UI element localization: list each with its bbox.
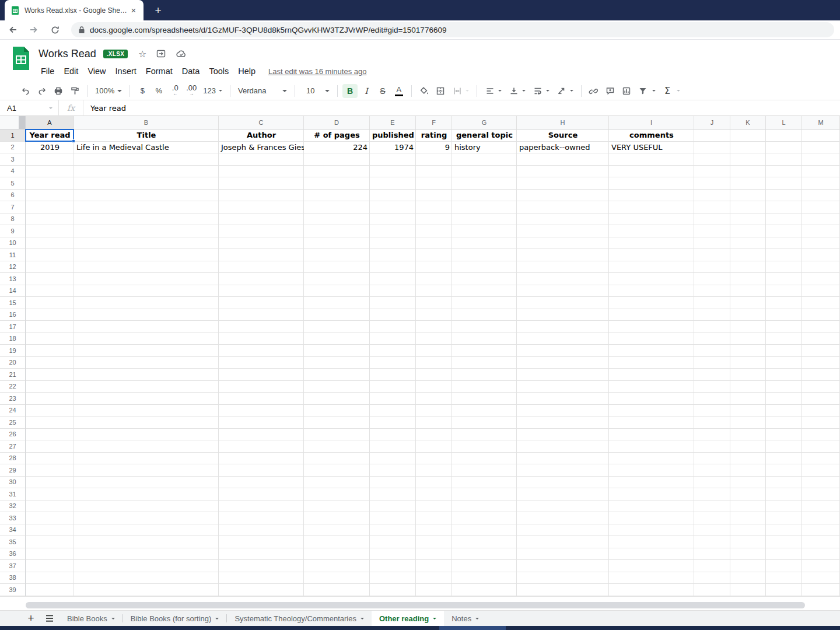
sheet-tab-bible-books[interactable]: Bible Books (60, 611, 123, 626)
functions-caret-icon[interactable] (677, 90, 680, 92)
row-header-31[interactable]: 31 (0, 488, 26, 501)
merge-cells-icon[interactable] (449, 84, 473, 98)
last-edit-link[interactable]: Last edit was 16 minutes ago (268, 67, 366, 76)
column-header-F[interactable]: F (416, 116, 452, 130)
menu-insert[interactable]: Insert (111, 65, 141, 77)
text-wrap-icon[interactable] (529, 84, 553, 98)
vertical-align-icon[interactable] (505, 84, 529, 98)
menu-file[interactable]: File (38, 65, 59, 77)
row-header-39[interactable]: 39 (0, 584, 26, 596)
sheet-tab-notes[interactable]: Notes (444, 611, 487, 626)
all-sheets-icon[interactable] (40, 611, 60, 626)
filter-views-caret-icon[interactable] (652, 90, 656, 92)
cell-H1[interactable]: Source (517, 130, 609, 142)
row-header-5[interactable]: 5 (0, 177, 26, 190)
move-to-folder-icon[interactable] (156, 48, 166, 59)
select-all-corner[interactable] (0, 116, 26, 130)
row-header-17[interactable]: 17 (0, 321, 26, 333)
sheet-tab-other-reading[interactable]: Other reading (372, 611, 444, 626)
row-header-37[interactable]: 37 (0, 560, 26, 572)
cell-D1[interactable]: # of pages (304, 130, 370, 142)
row-header-15[interactable]: 15 (0, 297, 26, 309)
bold-button[interactable]: B (342, 84, 358, 98)
grid-cells[interactable]: Year readTitleAuthor# of pagespublishedr… (26, 130, 840, 596)
cloud-status-icon[interactable] (176, 48, 187, 59)
row-header-27[interactable]: 27 (0, 440, 26, 453)
row-header-35[interactable]: 35 (0, 536, 26, 548)
column-header-K[interactable]: K (730, 116, 766, 130)
row-header-24[interactable]: 24 (0, 405, 26, 417)
row-header-8[interactable]: 8 (0, 214, 26, 226)
undo-icon[interactable] (18, 84, 33, 98)
cell-D2[interactable]: 224 (304, 142, 370, 154)
row-header-19[interactable]: 19 (0, 345, 26, 357)
row-header-23[interactable]: 23 (0, 393, 26, 405)
redo-icon[interactable] (34, 84, 50, 98)
insert-comment-icon[interactable] (603, 84, 618, 98)
row-header-22[interactable]: 22 (0, 381, 26, 393)
column-header-H[interactable]: H (517, 116, 609, 130)
column-header-E[interactable]: E (370, 116, 416, 130)
sheet-tab-systematic-theology-commentaries[interactable]: Systematic Theology/Commentaries (227, 611, 372, 626)
cell-E2[interactable]: 1974 (370, 142, 416, 154)
row-header-30[interactable]: 30 (0, 477, 26, 489)
row-header-21[interactable]: 21 (0, 369, 26, 381)
row-header-18[interactable]: 18 (0, 333, 26, 345)
font-size-select[interactable]: 10 (299, 84, 333, 98)
row-header-28[interactable]: 28 (0, 453, 26, 465)
row-header-10[interactable]: 10 (0, 237, 26, 250)
name-box[interactable]: A1 (0, 104, 58, 113)
menu-view[interactable]: View (83, 65, 110, 77)
sheet-tab-menu-icon[interactable] (475, 618, 479, 620)
cell-C2[interactable]: Joseph & Frances Gies (219, 142, 304, 154)
tab-close-icon[interactable]: × (128, 5, 139, 16)
row-header-9[interactable]: 9 (0, 225, 26, 237)
document-title[interactable]: Works Read (38, 48, 96, 60)
row-header-13[interactable]: 13 (0, 273, 26, 285)
reload-icon[interactable] (47, 22, 63, 38)
more-formats-button[interactable]: 123 (200, 84, 226, 98)
zoom-select[interactable]: 100% (92, 84, 125, 98)
sheet-tab-menu-icon[interactable] (433, 618, 436, 620)
increase-decimal-button[interactable]: .00→ (184, 84, 199, 98)
row-header-26[interactable]: 26 (0, 429, 26, 441)
row-header-14[interactable]: 14 (0, 285, 26, 298)
row-header-3[interactable]: 3 (0, 153, 26, 166)
row-header-20[interactable]: 20 (0, 357, 26, 369)
row-header-36[interactable]: 36 (0, 548, 26, 561)
text-rotation-icon[interactable] (553, 84, 577, 98)
column-header-I[interactable]: I (609, 116, 694, 130)
cell-B1[interactable]: Title (74, 130, 219, 142)
new-tab-button[interactable]: + (150, 3, 166, 18)
sheet-tab-menu-icon[interactable] (215, 618, 219, 620)
cell-F1[interactable]: rating (416, 130, 452, 142)
address-bar[interactable]: docs.google.com/spreadsheets/d/1GzMUF-3Q… (71, 22, 834, 37)
row-header-1[interactable]: 1 (0, 130, 26, 142)
browser-tab[interactable]: Works Read.xlsx - Google Sheets × (5, 0, 144, 20)
sheet-tab-menu-icon[interactable] (111, 618, 115, 620)
strikethrough-button[interactable]: S (375, 84, 390, 98)
sheets-logo-icon[interactable] (12, 46, 30, 71)
sheet-tab-menu-icon[interactable] (360, 618, 364, 620)
cell-H2[interactable]: paperback--owned (517, 142, 609, 154)
row-header-38[interactable]: 38 (0, 572, 26, 584)
print-icon[interactable] (51, 84, 66, 98)
row-header-11[interactable]: 11 (0, 249, 26, 261)
menu-tools[interactable]: Tools (204, 65, 233, 77)
row-header-34[interactable]: 34 (0, 524, 26, 537)
cell-B2[interactable]: Life in a Medieval Castle (74, 142, 219, 154)
cell-A2[interactable]: 2019 (26, 142, 74, 154)
row-header-16[interactable]: 16 (0, 309, 26, 321)
cell-G2[interactable]: history (452, 142, 517, 154)
cell-I1[interactable]: comments (609, 130, 694, 142)
cell-F2[interactable]: 9 (416, 142, 452, 154)
row-header-29[interactable]: 29 (0, 464, 26, 477)
row-header-6[interactable]: 6 (0, 190, 26, 202)
cell-E1[interactable]: published (370, 130, 416, 142)
cell-C1[interactable]: Author (219, 130, 304, 142)
menu-edit[interactable]: Edit (59, 65, 83, 77)
insert-link-icon[interactable] (586, 84, 601, 98)
row-header-12[interactable]: 12 (0, 261, 26, 274)
column-header-M[interactable]: M (802, 116, 840, 130)
column-header-L[interactable]: L (766, 116, 802, 130)
